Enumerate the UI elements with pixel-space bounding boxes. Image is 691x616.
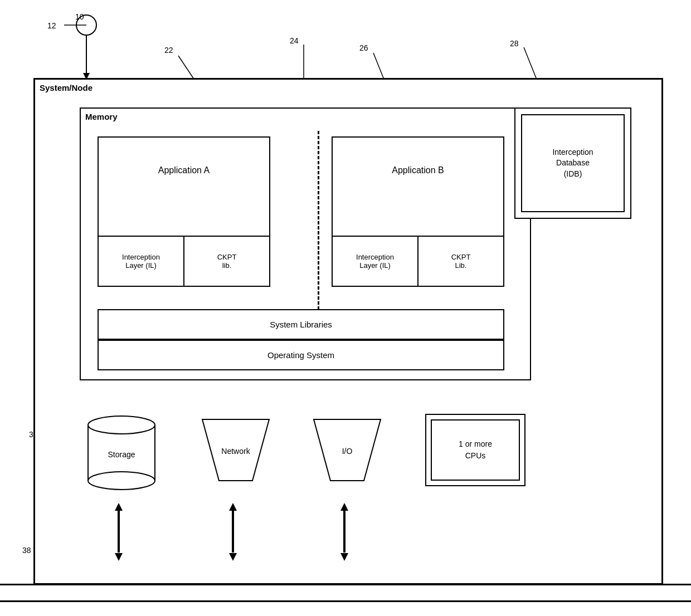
ref-28: 28 — [510, 39, 519, 48]
sys-lib-box: System Libraries — [98, 309, 504, 340]
sys-lib-label: System Libraries — [270, 320, 332, 329]
svg-marker-33 — [229, 553, 237, 561]
bus-line-top — [0, 584, 691, 585]
memory-box: Memory Application A InterceptionLayer (… — [80, 107, 531, 380]
ckpt-a-box: CKPTlib. — [184, 237, 269, 286]
app-a-label: Application A — [158, 165, 210, 175]
svg-text:Storage: Storage — [108, 450, 135, 459]
ref-38: 38 — [22, 546, 31, 555]
app-b-label: Application B — [392, 165, 444, 175]
bus-line-bottom — [0, 600, 691, 602]
system-node-label: System/Node — [40, 83, 93, 92]
svg-rect-32 — [232, 511, 234, 553]
idb-inner-box: InterceptionDatabase(IDB) — [521, 114, 625, 212]
svg-marker-30 — [115, 553, 123, 561]
svg-marker-34 — [340, 503, 348, 511]
cpu-outer-box: 1 or moreCPUs — [425, 414, 525, 486]
storage-svg: Storage — [85, 414, 158, 497]
storage-group: Storage — [85, 414, 158, 500]
io-group: I/O — [308, 414, 386, 494]
diagram-container: 10 12 14 16 17 18 19 20 21 22 24 26 28 3… — [0, 0, 691, 616]
app-b-box: Application B InterceptionLayer (IL) CKP… — [332, 136, 504, 287]
network-group: Network — [197, 414, 275, 494]
memory-label: Memory — [85, 112, 118, 121]
ref-10: 10 — [75, 12, 84, 21]
svg-point-21 — [88, 416, 155, 434]
ref-26: 26 — [359, 43, 368, 52]
il-b-box: InterceptionLayer (IL) — [333, 237, 419, 286]
io-svg: I/O — [308, 414, 386, 492]
network-svg: Network — [197, 414, 275, 492]
idb-label: InterceptionDatabase(IDB) — [552, 147, 593, 180]
svg-marker-28 — [115, 503, 123, 511]
svg-marker-31 — [229, 503, 237, 511]
network-arrow — [225, 503, 241, 564]
idb-outer-box: InterceptionDatabase(IDB) — [514, 107, 631, 219]
io-arrow — [336, 503, 353, 564]
ref-22: 22 — [164, 46, 173, 55]
il-a-label: InterceptionLayer (IL) — [122, 253, 160, 270]
ckpt-b-box: CKPTLib. — [419, 237, 503, 286]
app-a-box: Application A InterceptionLayer (IL) CKP… — [98, 136, 270, 287]
ckpt-a-label: CKPTlib. — [217, 253, 237, 270]
os-box: Operating System — [98, 340, 504, 370]
svg-text:I/O: I/O — [342, 447, 353, 456]
ckpt-b-label: CKPTLib. — [451, 253, 471, 270]
cpu-inner-box: 1 or moreCPUs — [431, 419, 520, 481]
svg-text:Network: Network — [221, 447, 250, 456]
app-b-bottom: InterceptionLayer (IL) CKPTLib. — [333, 236, 503, 286]
app-a-bottom: InterceptionLayer (IL) CKPTlib. — [99, 236, 269, 286]
system-node-box: System/Node Memory Application A Interce… — [33, 78, 663, 585]
svg-rect-29 — [118, 511, 120, 553]
storage-arrow — [110, 503, 127, 564]
svg-point-22 — [88, 472, 155, 490]
il-b-label: InterceptionLayer (IL) — [356, 253, 394, 270]
os-label: Operating System — [267, 350, 334, 360]
il-a-box: InterceptionLayer (IL) — [99, 237, 184, 286]
ref-24: 24 — [290, 36, 299, 45]
svg-marker-36 — [340, 553, 348, 561]
svg-rect-35 — [343, 511, 346, 553]
ref-12: 12 — [47, 21, 56, 30]
cpu-label: 1 or moreCPUs — [459, 438, 492, 462]
